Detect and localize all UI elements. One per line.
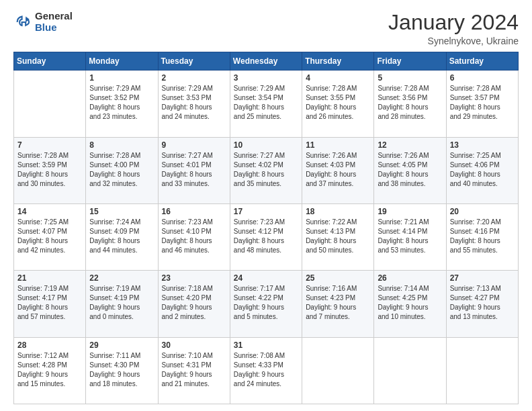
cell-info: Sunrise: 7:13 AM Sunset: 4:27 PM Dayligh… (450, 284, 515, 322)
header-row: SundayMondayTuesdayWednesdayThursdayFrid… (14, 52, 519, 71)
weekday-header: Monday (86, 52, 158, 71)
calendar-cell: 23Sunrise: 7:18 AM Sunset: 4:20 PM Dayli… (158, 271, 230, 337)
calendar-cell: 31Sunrise: 7:08 AM Sunset: 4:33 PM Dayli… (230, 337, 302, 404)
cell-info: Sunrise: 7:23 AM Sunset: 4:12 PM Dayligh… (234, 218, 298, 255)
cell-info: Sunrise: 7:28 AM Sunset: 3:55 PM Dayligh… (306, 84, 370, 122)
calendar-cell: 29Sunrise: 7:11 AM Sunset: 4:30 PM Dayli… (86, 337, 158, 404)
cell-info: Sunrise: 7:17 AM Sunset: 4:22 PM Dayligh… (234, 284, 298, 322)
cell-info: Sunrise: 7:29 AM Sunset: 3:53 PM Dayligh… (162, 84, 226, 122)
day-number: 14 (17, 207, 82, 216)
calendar-cell (374, 337, 446, 404)
calendar-cell: 14Sunrise: 7:25 AM Sunset: 4:07 PM Dayli… (14, 203, 86, 270)
calendar-cell: 20Sunrise: 7:20 AM Sunset: 4:16 PM Dayli… (446, 203, 518, 270)
calendar-cell: 26Sunrise: 7:14 AM Sunset: 4:25 PM Dayli… (374, 271, 446, 337)
day-number: 30 (162, 340, 226, 350)
cell-info: Sunrise: 7:25 AM Sunset: 4:06 PM Dayligh… (450, 151, 515, 189)
cell-info: Sunrise: 7:22 AM Sunset: 4:13 PM Dayligh… (306, 218, 370, 255)
cell-info: Sunrise: 7:19 AM Sunset: 4:19 PM Dayligh… (89, 284, 154, 322)
day-number: 26 (378, 273, 442, 283)
location-subtitle: Synelnykove, Ukraine (388, 36, 519, 46)
calendar-cell: 1Sunrise: 7:29 AM Sunset: 3:52 PM Daylig… (86, 71, 158, 137)
cell-info: Sunrise: 7:14 AM Sunset: 4:25 PM Dayligh… (378, 284, 442, 322)
cell-info: Sunrise: 7:26 AM Sunset: 4:03 PM Dayligh… (306, 151, 370, 189)
calendar-cell: 24Sunrise: 7:17 AM Sunset: 4:22 PM Dayli… (230, 271, 302, 337)
calendar-cell (14, 71, 86, 137)
day-number: 25 (306, 273, 370, 283)
cell-info: Sunrise: 7:27 AM Sunset: 4:02 PM Dayligh… (234, 151, 298, 189)
cell-info: Sunrise: 7:27 AM Sunset: 4:01 PM Dayligh… (162, 151, 226, 189)
calendar-cell: 16Sunrise: 7:23 AM Sunset: 4:10 PM Dayli… (158, 203, 230, 270)
day-number: 15 (89, 207, 154, 216)
month-title: January 2024 (388, 11, 519, 34)
calendar-cell (446, 337, 518, 404)
day-number: 19 (378, 207, 442, 216)
day-number: 17 (234, 207, 298, 216)
calendar-cell: 28Sunrise: 7:12 AM Sunset: 4:28 PM Dayli… (14, 337, 86, 404)
day-number: 31 (234, 340, 298, 350)
cell-info: Sunrise: 7:21 AM Sunset: 4:14 PM Dayligh… (378, 218, 442, 255)
day-number: 3 (234, 73, 298, 83)
calendar-table: SundayMondayTuesdayWednesdayThursdayFrid… (13, 52, 519, 404)
cell-info: Sunrise: 7:25 AM Sunset: 4:07 PM Dayligh… (17, 218, 82, 255)
cell-info: Sunrise: 7:19 AM Sunset: 4:17 PM Dayligh… (17, 284, 82, 322)
day-number: 6 (450, 73, 515, 83)
day-number: 10 (234, 140, 298, 150)
day-number: 27 (450, 273, 515, 283)
day-number: 12 (378, 140, 442, 150)
page: General Blue January 2024 Synelnykove, U… (0, 0, 532, 411)
day-number: 20 (450, 207, 515, 216)
calendar-cell: 25Sunrise: 7:16 AM Sunset: 4:23 PM Dayli… (302, 271, 374, 337)
calendar-cell: 21Sunrise: 7:19 AM Sunset: 4:17 PM Dayli… (14, 271, 86, 337)
calendar-week-row: 7Sunrise: 7:28 AM Sunset: 3:59 PM Daylig… (14, 137, 519, 203)
logo-text-block: General Blue (35, 11, 73, 33)
calendar-cell (302, 337, 374, 404)
calendar-cell: 22Sunrise: 7:19 AM Sunset: 4:19 PM Dayli… (86, 271, 158, 337)
day-number: 21 (17, 273, 82, 283)
calendar-cell: 2Sunrise: 7:29 AM Sunset: 3:53 PM Daylig… (158, 71, 230, 137)
logo-general: General (35, 11, 73, 22)
calendar-week-row: 14Sunrise: 7:25 AM Sunset: 4:07 PM Dayli… (14, 203, 519, 270)
cell-info: Sunrise: 7:29 AM Sunset: 3:52 PM Dayligh… (89, 84, 154, 122)
calendar-cell: 13Sunrise: 7:25 AM Sunset: 4:06 PM Dayli… (446, 137, 518, 203)
cell-info: Sunrise: 7:28 AM Sunset: 3:56 PM Dayligh… (378, 84, 442, 122)
calendar-cell: 11Sunrise: 7:26 AM Sunset: 4:03 PM Dayli… (302, 137, 374, 203)
calendar-cell: 15Sunrise: 7:24 AM Sunset: 4:09 PM Dayli… (86, 203, 158, 270)
weekday-header: Thursday (302, 52, 374, 71)
calendar-cell: 10Sunrise: 7:27 AM Sunset: 4:02 PM Dayli… (230, 137, 302, 203)
calendar-cell: 5Sunrise: 7:28 AM Sunset: 3:56 PM Daylig… (374, 71, 446, 137)
day-number: 7 (17, 140, 82, 150)
calendar-cell: 12Sunrise: 7:26 AM Sunset: 4:05 PM Dayli… (374, 137, 446, 203)
calendar-cell: 3Sunrise: 7:29 AM Sunset: 3:54 PM Daylig… (230, 71, 302, 137)
weekday-header: Friday (374, 52, 446, 71)
weekday-header: Tuesday (158, 52, 230, 71)
calendar-cell: 30Sunrise: 7:10 AM Sunset: 4:31 PM Dayli… (158, 337, 230, 404)
cell-info: Sunrise: 7:28 AM Sunset: 3:57 PM Dayligh… (450, 84, 515, 122)
calendar-cell: 6Sunrise: 7:28 AM Sunset: 3:57 PM Daylig… (446, 71, 518, 137)
weekday-header: Sunday (14, 52, 86, 71)
logo: General Blue (13, 11, 73, 33)
calendar-cell: 4Sunrise: 7:28 AM Sunset: 3:55 PM Daylig… (302, 71, 374, 137)
day-number: 11 (306, 140, 370, 150)
day-number: 13 (450, 140, 515, 150)
calendar-cell: 18Sunrise: 7:22 AM Sunset: 4:13 PM Dayli… (302, 203, 374, 270)
calendar-cell: 19Sunrise: 7:21 AM Sunset: 4:14 PM Dayli… (374, 203, 446, 270)
weekday-header: Saturday (446, 52, 518, 71)
day-number: 2 (162, 73, 226, 83)
title-area: January 2024 Synelnykove, Ukraine (388, 11, 519, 46)
cell-info: Sunrise: 7:10 AM Sunset: 4:31 PM Dayligh… (162, 351, 226, 389)
weekday-header: Wednesday (230, 52, 302, 71)
calendar-cell: 9Sunrise: 7:27 AM Sunset: 4:01 PM Daylig… (158, 137, 230, 203)
day-number: 23 (162, 273, 226, 283)
day-number: 5 (378, 73, 442, 83)
calendar-week-row: 28Sunrise: 7:12 AM Sunset: 4:28 PM Dayli… (14, 337, 519, 404)
day-number: 16 (162, 207, 226, 216)
day-number: 29 (89, 340, 154, 350)
cell-info: Sunrise: 7:12 AM Sunset: 4:28 PM Dayligh… (17, 351, 82, 389)
cell-info: Sunrise: 7:26 AM Sunset: 4:05 PM Dayligh… (378, 151, 442, 189)
calendar-cell: 7Sunrise: 7:28 AM Sunset: 3:59 PM Daylig… (14, 137, 86, 203)
cell-info: Sunrise: 7:18 AM Sunset: 4:20 PM Dayligh… (162, 284, 226, 322)
calendar-week-row: 21Sunrise: 7:19 AM Sunset: 4:17 PM Dayli… (14, 271, 519, 337)
cell-info: Sunrise: 7:28 AM Sunset: 4:00 PM Dayligh… (89, 151, 154, 189)
cell-info: Sunrise: 7:20 AM Sunset: 4:16 PM Dayligh… (450, 218, 515, 255)
day-number: 24 (234, 273, 298, 283)
